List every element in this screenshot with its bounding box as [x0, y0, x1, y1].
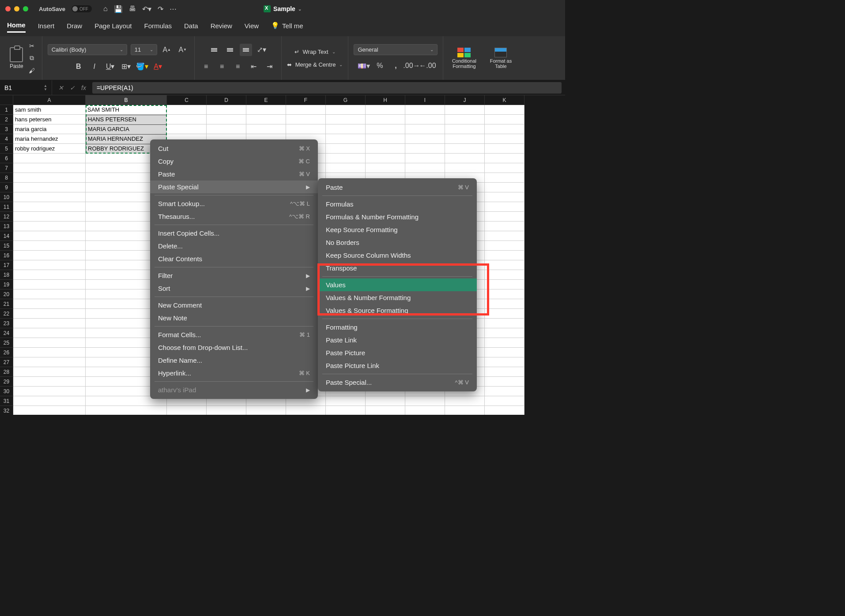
fill-color-button[interactable]: 🪣▾	[136, 60, 148, 73]
tab-insert[interactable]: Insert	[38, 22, 55, 32]
row-header-29[interactable]: 29	[0, 377, 13, 387]
increase-font-icon[interactable]: A▲	[161, 44, 173, 56]
underline-button[interactable]: U▾	[104, 60, 117, 73]
menu-item-no-borders[interactable]: No Borders	[318, 236, 477, 249]
cell-A27[interactable]	[13, 357, 86, 367]
cell-A29[interactable]	[13, 377, 86, 387]
menu-item-paste[interactable]: Paste⌘ V	[150, 168, 318, 180]
row-header-9[interactable]: 9	[0, 183, 13, 192]
cell-H2[interactable]	[366, 115, 405, 124]
menu-item-paste-picture[interactable]: Paste Picture	[318, 346, 477, 359]
cell-J6[interactable]	[445, 154, 485, 163]
row-header-8[interactable]: 8	[0, 173, 13, 183]
row-header-21[interactable]: 21	[0, 299, 13, 309]
cell-D3[interactable]	[207, 124, 246, 134]
row-header-16[interactable]: 16	[0, 251, 13, 260]
cell-A30[interactable]	[13, 387, 86, 396]
cell-A21[interactable]	[13, 299, 86, 309]
menu-item-values-number-formatting[interactable]: Values & Number Formatting	[318, 291, 477, 304]
decrease-decimal-icon[interactable]: ←.00	[421, 60, 434, 72]
row-header-5[interactable]: 5	[0, 144, 13, 154]
cell-K5[interactable]	[485, 144, 524, 154]
tab-home[interactable]: Home	[7, 21, 26, 33]
cell-C32[interactable]	[167, 406, 207, 415]
menu-item-thesaurus[interactable]: Thesaurus...^⌥⌘ R	[150, 210, 318, 223]
cell-G32[interactable]	[326, 406, 366, 415]
menu-item-filter[interactable]: Filter▶	[150, 269, 318, 282]
menu-item-keep-source-column-widths[interactable]: Keep Source Column Widths	[318, 249, 477, 262]
cell-E32[interactable]	[246, 406, 286, 415]
decrease-font-icon[interactable]: A▼	[177, 44, 189, 56]
row-header-19[interactable]: 19	[0, 280, 13, 289]
cell-B3[interactable]: MARIA GARCIA	[86, 124, 167, 134]
cell-I1[interactable]	[405, 105, 445, 115]
cell-K8[interactable]	[485, 173, 524, 183]
cell-I31[interactable]	[405, 396, 445, 406]
row-header-2[interactable]: 2	[0, 115, 13, 124]
cell-A6[interactable]	[13, 154, 86, 163]
column-header-D[interactable]: D	[207, 95, 246, 105]
row-header-15[interactable]: 15	[0, 241, 13, 251]
font-color-button[interactable]: A▾	[152, 60, 164, 73]
cell-K27[interactable]	[485, 357, 524, 367]
cell-K2[interactable]	[485, 115, 524, 124]
row-header-6[interactable]: 6	[0, 154, 13, 163]
name-box-stepper-icon[interactable]: ▲▼	[44, 84, 47, 91]
cell-J5[interactable]	[445, 144, 485, 154]
cell-K9[interactable]	[485, 183, 524, 192]
cell-K23[interactable]	[485, 319, 524, 328]
italic-button[interactable]: I	[88, 60, 101, 73]
row-header-27[interactable]: 27	[0, 357, 13, 367]
row-header-17[interactable]: 17	[0, 260, 13, 270]
cell-B32[interactable]	[86, 406, 167, 415]
tab-review[interactable]: Review	[211, 22, 232, 32]
cell-G2[interactable]	[326, 115, 366, 124]
row-header-13[interactable]: 13	[0, 222, 13, 231]
cell-G31[interactable]	[326, 396, 366, 406]
cell-A26[interactable]	[13, 348, 86, 357]
row-header-3[interactable]: 3	[0, 124, 13, 134]
column-header-B[interactable]: B	[86, 95, 167, 105]
cell-F1[interactable]	[286, 105, 326, 115]
comma-format-icon[interactable]: ,	[389, 60, 402, 72]
cell-H6[interactable]	[366, 154, 405, 163]
align-left-icon[interactable]: ≡	[200, 60, 212, 73]
column-header-A[interactable]: A	[13, 95, 86, 105]
cell-G7[interactable]	[326, 163, 366, 173]
font-size-selector[interactable]: 11⌄	[131, 44, 157, 55]
menu-item-keep-source-formatting[interactable]: Keep Source Formatting	[318, 223, 477, 236]
column-header-J[interactable]: J	[445, 95, 485, 105]
select-all-corner[interactable]	[0, 95, 13, 105]
autosave-toggle[interactable]: OFF	[72, 5, 92, 12]
row-header-14[interactable]: 14	[0, 231, 13, 241]
cell-A12[interactable]	[13, 212, 86, 222]
cell-H1[interactable]	[366, 105, 405, 115]
cell-A7[interactable]	[13, 163, 86, 173]
cell-D32[interactable]	[207, 406, 246, 415]
cell-J3[interactable]	[445, 124, 485, 134]
cell-F3[interactable]	[286, 124, 326, 134]
column-header-F[interactable]: F	[286, 95, 326, 105]
cell-K19[interactable]	[485, 280, 524, 289]
cell-H7[interactable]	[366, 163, 405, 173]
cell-K29[interactable]	[485, 377, 524, 387]
menu-item-values-source-formatting[interactable]: Values & Source Formatting	[318, 304, 477, 317]
align-middle-icon[interactable]	[224, 44, 236, 56]
cell-A1[interactable]: sam smith	[13, 105, 86, 115]
minimize-window-icon[interactable]	[14, 6, 19, 11]
cell-E1[interactable]	[246, 105, 286, 115]
cell-J1[interactable]	[445, 105, 485, 115]
row-header-32[interactable]: 32	[0, 406, 13, 415]
cell-A3[interactable]: maria garcia	[13, 124, 86, 134]
cell-K26[interactable]	[485, 348, 524, 357]
format-painter-icon[interactable]: 🖌	[27, 66, 37, 75]
cell-G5[interactable]	[326, 144, 366, 154]
row-header-4[interactable]: 4	[0, 134, 13, 144]
cell-A18[interactable]	[13, 270, 86, 280]
percent-format-icon[interactable]: %	[373, 60, 386, 72]
menu-item-insert-copied-cells[interactable]: Insert Copied Cells...	[150, 227, 318, 240]
menu-item-paste[interactable]: Paste⌘ V	[318, 181, 477, 194]
menu-item-sort[interactable]: Sort▶	[150, 282, 318, 295]
cell-I6[interactable]	[405, 154, 445, 163]
cell-H3[interactable]	[366, 124, 405, 134]
